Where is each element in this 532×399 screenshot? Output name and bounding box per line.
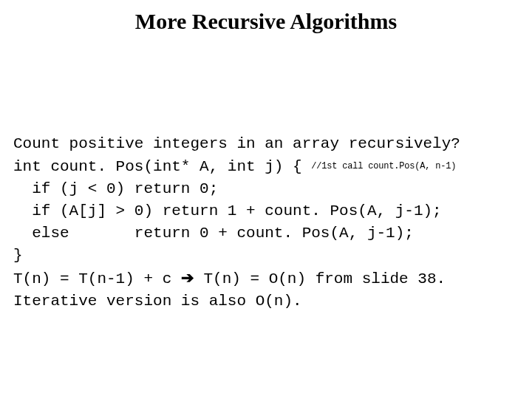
code-line-1: Count positive integers in an array recu… [13, 135, 460, 152]
code-line-7-left: T(n) = T(n-1) + c [13, 270, 181, 287]
slide-title: More Recursive Algorithms [0, 9, 532, 34]
code-line-2-comment: //1st call count.Pos(A, n-1) [311, 161, 456, 171]
code-line-8: Iterative version is also O(n). [13, 293, 302, 310]
code-line-4: if (A[j] > 0) return 1 + count. Pos(A, j… [13, 202, 442, 219]
code-line-3: if (j < 0) return 0; [13, 180, 218, 197]
code-line-7-right: T(n) = O(n) from slide 38. [194, 270, 446, 287]
code-block: Count positive integers in an array recu… [13, 111, 525, 313]
code-line-6: } [13, 247, 23, 264]
code-line-2-main: int count. Pos(int* A, int j) { [13, 158, 311, 175]
arrow-icon: ➔ [181, 269, 194, 286]
slide: More Recursive Algorithms Count positive… [0, 0, 532, 399]
code-line-5: else return 0 + count. Pos(A, j-1); [13, 225, 414, 242]
